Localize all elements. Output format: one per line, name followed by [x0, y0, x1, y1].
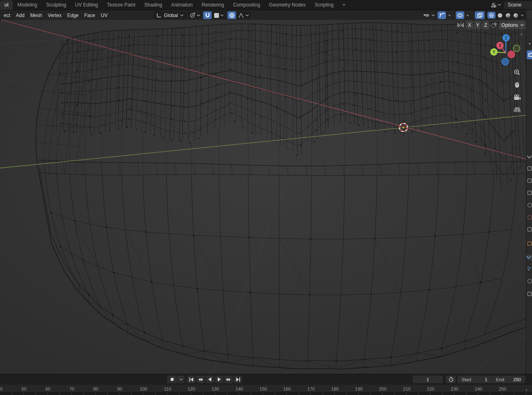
- camera-icon[interactable]: [513, 93, 521, 102]
- proportional-falloff-dropdown[interactable]: [236, 11, 250, 19]
- view-layer-icon[interactable]: [528, 191, 532, 196]
- ruler-label-140: 140: [236, 386, 243, 391]
- snap-target-dropdown[interactable]: [212, 11, 226, 19]
- scene-icon[interactable]: [528, 203, 532, 208]
- transform-orientation-dropdown[interactable]: Global: [154, 11, 186, 19]
- overlays-dropdown[interactable]: [465, 11, 470, 19]
- sidebar-collapse-icon[interactable]: ‹: [521, 32, 522, 36]
- frame-end-field[interactable]: End 250: [492, 376, 525, 383]
- ruler-label-90: 90: [117, 386, 122, 391]
- object-visibility-dropdown[interactable]: [422, 11, 436, 19]
- workspace-tab-rendering[interactable]: Rendering: [197, 0, 228, 10]
- auto-keying-dropdown[interactable]: [177, 376, 184, 383]
- chevron-down-icon: [180, 14, 184, 17]
- auto-keying-toggle[interactable]: [167, 376, 177, 383]
- wireframe-mesh: [0, 20, 526, 374]
- workspace-tab-geometry-nodes[interactable]: Geometry Nodes: [264, 0, 310, 10]
- timeline-sidebar-collapse-icon[interactable]: ‹: [526, 388, 527, 392]
- menu-uv[interactable]: UV: [98, 13, 110, 18]
- workspace-tab-uv-editing[interactable]: UV Editing: [71, 0, 103, 10]
- gizmo-axis-z-neg[interactable]: [502, 58, 508, 65]
- xray-toggle[interactable]: [475, 11, 485, 19]
- timeline-ruler[interactable]: 4050607080901001101201301401501601701801…: [0, 384, 532, 395]
- next-keyframe-button[interactable]: [224, 376, 233, 383]
- menu-add[interactable]: Add: [13, 13, 27, 18]
- show-gizmo-toggle[interactable]: [438, 11, 446, 19]
- ruler-label-240: 240: [475, 386, 482, 391]
- menu-face[interactable]: Face: [82, 13, 98, 18]
- collection-icon[interactable]: [528, 227, 532, 233]
- workspace-tab--[interactable]: +: [338, 0, 350, 10]
- workspace-tab-ut[interactable]: ut: [0, 0, 13, 10]
- ruler-label-100: 100: [140, 386, 147, 391]
- workspace-tab-modeling[interactable]: Modeling: [13, 0, 42, 10]
- navigation-gizmo[interactable]: Z X Y: [488, 32, 525, 70]
- options-dropdown[interactable]: Options: [499, 21, 526, 29]
- shading-solid-icon[interactable]: [497, 13, 504, 18]
- chevron-down-icon: [245, 14, 249, 17]
- visibility-icon: [423, 13, 430, 18]
- chevron-down-icon: [448, 14, 450, 17]
- gizmo-x-label: X: [499, 43, 502, 48]
- symmetry-x-button[interactable]: X: [466, 21, 473, 29]
- current-frame-field[interactable]: 1: [413, 376, 443, 383]
- jump-to-end-button[interactable]: [234, 376, 242, 383]
- gizmo-z-label: Z: [505, 36, 507, 40]
- symmetry-y-button[interactable]: Y: [474, 21, 481, 29]
- workspace-tab-texture-paint[interactable]: Texture Paint: [103, 0, 140, 10]
- world-icon[interactable]: [528, 215, 532, 220]
- jump-end-icon: [236, 378, 240, 382]
- play-button[interactable]: [215, 376, 223, 383]
- menu-vertex[interactable]: Vertex: [45, 13, 64, 18]
- workspace-tab-sculpting[interactable]: Sculpting: [42, 0, 71, 10]
- workspace-tab-scripting[interactable]: Scripting: [310, 0, 338, 10]
- jump-to-start-button[interactable]: [187, 376, 195, 383]
- viewport-menus: ectAddMeshVertexEdgeFaceUV: [0, 10, 110, 20]
- render-icon[interactable]: [528, 166, 532, 172]
- shading-wireframe-icon[interactable]: [487, 12, 496, 19]
- menu-mesh[interactable]: Mesh: [27, 13, 45, 18]
- scene-name-field[interactable]: Scene: [504, 1, 532, 9]
- frame-start-label: Start: [461, 377, 471, 382]
- grid-icon[interactable]: [513, 105, 521, 114]
- tool-icon[interactable]: [528, 154, 532, 160]
- snap-toggle[interactable]: [203, 11, 212, 19]
- ruler-label-190: 190: [355, 386, 363, 391]
- gizmo-axis-y-neg[interactable]: [513, 45, 520, 52]
- scene-chevron-icon[interactable]: [498, 4, 501, 6]
- play-reverse-button[interactable]: [206, 376, 214, 383]
- particles-icon[interactable]: [528, 267, 532, 272]
- chevron-down-icon: [466, 14, 469, 17]
- show-overlays-toggle[interactable]: [456, 11, 464, 19]
- proportional-editing-toggle[interactable]: [227, 11, 236, 19]
- hand-icon[interactable]: [513, 80, 521, 89]
- workspace-tab-compositing[interactable]: Compositing: [229, 0, 265, 10]
- zoom-icon[interactable]: [513, 68, 521, 77]
- menu-edge[interactable]: Edge: [64, 13, 82, 18]
- gizmo-dropdown[interactable]: [446, 11, 452, 19]
- menu-ect[interactable]: ect: [1, 13, 13, 18]
- physics-icon[interactable]: [528, 279, 532, 284]
- gizmo-icon: [439, 13, 445, 18]
- symmetry-z-button[interactable]: Z: [482, 21, 489, 29]
- workspace-tab-animation[interactable]: Animation: [167, 0, 197, 10]
- modifiers-icon[interactable]: [527, 255, 532, 260]
- object-icon[interactable]: [528, 242, 532, 247]
- gizmo-axis-x-neg[interactable]: [508, 51, 515, 58]
- workspace-tab-shading[interactable]: Shading: [140, 0, 167, 10]
- proportional-editing-icon: [229, 13, 235, 18]
- viewport-header: ectAddMeshVertexEdgeFaceUV Global: [0, 10, 532, 20]
- constraints-icon[interactable]: [528, 292, 532, 297]
- editor-type-button[interactable]: [527, 50, 532, 59]
- use-preview-range-toggle[interactable]: [446, 376, 456, 383]
- prev-keyframe-button[interactable]: [196, 376, 205, 383]
- shading-rendered-icon[interactable]: [513, 13, 519, 18]
- 3d-viewport[interactable]: XYZ Options Z X Y: [0, 20, 526, 374]
- ruler-label-50: 50: [21, 386, 26, 391]
- output-icon[interactable]: [528, 179, 532, 184]
- snap-base-icon[interactable]: [490, 21, 498, 29]
- scene-icon[interactable]: [490, 2, 497, 8]
- frame-start-field[interactable]: Start 1: [457, 376, 491, 383]
- shading-material-icon[interactable]: [505, 13, 512, 18]
- pivot-point-dropdown[interactable]: [188, 11, 202, 19]
